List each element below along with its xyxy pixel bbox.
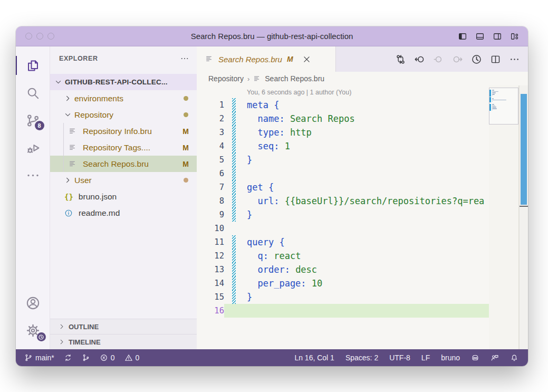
code-line-7[interactable]: 7get { xyxy=(197,180,528,194)
change-indicator-button[interactable] xyxy=(433,54,444,65)
overview-cursor-mark xyxy=(520,206,528,207)
gutter-modified-mark xyxy=(232,290,236,304)
status-source-control-graph[interactable] xyxy=(80,353,92,362)
code-line-3[interactable]: 3 type: http xyxy=(197,126,528,139)
modified-dot-badge xyxy=(184,96,188,101)
tree-item-bruno-json[interactable]: {}bruno.json xyxy=(50,188,197,205)
code-line-11[interactable]: 11query { xyxy=(197,235,528,249)
layout-customize-icon[interactable] xyxy=(510,32,520,41)
previous-change-button[interactable] xyxy=(414,54,425,65)
minimap-line xyxy=(492,92,496,93)
code-text: name: Search Repos xyxy=(236,112,355,126)
breadcrumb-file[interactable]: Search Repos.bru xyxy=(265,74,324,83)
status-feedback[interactable] xyxy=(488,353,501,362)
code-text xyxy=(236,222,247,235)
account-icon xyxy=(25,295,41,311)
vertical-scrollbar[interactable] xyxy=(519,85,528,349)
activity-item-run-and-debug[interactable] xyxy=(16,134,50,161)
more-actions-button[interactable] xyxy=(509,54,520,65)
code-line-2[interactable]: 2 name: Search Repos xyxy=(197,112,528,126)
sidebar-more-actions-icon[interactable] xyxy=(180,54,189,63)
tree-item-search-repos-bru[interactable]: Search Repos.bruM xyxy=(50,156,197,172)
code-line-14[interactable]: 14 per_page: 10 xyxy=(197,276,528,290)
zoom-button[interactable] xyxy=(47,33,54,40)
activity-item-settings[interactable] xyxy=(16,317,50,344)
tree-item-github-rest-api-collec[interactable]: GITHUB-REST-API-COLLEC... xyxy=(50,74,197,90)
close-tab-icon[interactable] xyxy=(302,55,311,64)
status-errors[interactable]: 0 xyxy=(98,353,117,362)
layout-sidebar-right-icon[interactable] xyxy=(493,32,502,41)
section-timeline[interactable]: TIMELINE xyxy=(50,334,197,349)
status-eol[interactable]: LF xyxy=(419,353,432,362)
status-warnings[interactable]: 0 xyxy=(122,353,142,362)
tree-item-repository[interactable]: Repository xyxy=(50,107,197,123)
code-line-1[interactable]: 1meta { xyxy=(197,98,528,112)
activity-item-additional-views[interactable] xyxy=(16,161,50,189)
code-line-16[interactable]: 16 xyxy=(197,304,528,318)
section-outline[interactable]: OUTLINE xyxy=(50,319,197,334)
line-number: 6 xyxy=(197,167,224,180)
breadcrumb-folder[interactable]: Repository xyxy=(208,74,244,83)
tree-item-repository-info-bru[interactable]: Repository Info.bruM xyxy=(50,123,197,139)
line-number: 14 xyxy=(197,276,224,290)
line-number: 13 xyxy=(197,263,224,276)
code-line-12[interactable]: 12 q: react xyxy=(197,249,528,263)
editor-actions xyxy=(395,46,528,72)
activity-item-source-control[interactable]: 8 xyxy=(16,107,50,134)
code-line-8[interactable]: 8 url: {{baseUrl}}/search/repositories?q… xyxy=(197,194,528,208)
close-button[interactable] xyxy=(25,33,32,40)
codelens-annotation[interactable]: You, 6 seconds ago | 1 author (You) xyxy=(197,85,528,98)
minimap[interactable] xyxy=(489,85,519,349)
status-indentation[interactable]: Spaces: 2 xyxy=(343,353,380,362)
tab-modified-badge: M xyxy=(287,55,293,63)
info-icon xyxy=(64,209,73,217)
code-text: } xyxy=(236,290,252,304)
activity-item-explorer[interactable] xyxy=(16,52,50,79)
code-line-5[interactable]: 5} xyxy=(197,153,528,167)
tree-item-environments[interactable]: environments xyxy=(50,90,197,107)
run-button[interactable] xyxy=(471,54,482,65)
line-number: 3 xyxy=(197,126,224,139)
tab-bar: Search Repos.bru M xyxy=(197,46,528,72)
code-text: url: {{baseUrl}}/search/repositories?q=r… xyxy=(236,194,484,208)
tree-item-repository-tags[interactable]: Repository Tags....M xyxy=(50,139,197,156)
tree-item-user[interactable]: User xyxy=(50,172,197,188)
minimap-line xyxy=(492,107,496,108)
status-copilot[interactable] xyxy=(469,353,482,362)
gutter-modified-mark xyxy=(232,139,236,153)
code-line-4[interactable]: 4 seq: 1 xyxy=(197,139,528,153)
status-encoding[interactable]: UTF-8 xyxy=(387,353,412,362)
status-notifications[interactable] xyxy=(508,353,521,362)
scrollbar-thumb[interactable] xyxy=(521,94,527,205)
minimize-button[interactable] xyxy=(36,33,43,40)
next-change-button[interactable] xyxy=(452,54,463,65)
code-line-15[interactable]: 15} xyxy=(197,290,528,304)
activity-item-account[interactable] xyxy=(16,289,50,317)
code-line-10[interactable]: 10 xyxy=(197,222,528,235)
tree-item-readme-md[interactable]: readme.md xyxy=(50,205,197,221)
gutter-modified-mark xyxy=(232,153,236,167)
sidebar-sections: OUTLINETIMELINE xyxy=(50,319,197,349)
status-sync[interactable] xyxy=(62,353,74,362)
chevron-down-icon xyxy=(64,111,71,118)
code-line-9[interactable]: 9} xyxy=(197,208,528,222)
status-cursor-position[interactable]: Ln 16, Col 1 xyxy=(292,353,337,362)
layout-panel-icon[interactable] xyxy=(475,32,485,41)
status-language-mode[interactable]: bruno xyxy=(439,353,462,362)
layout-sidebar-left-icon[interactable] xyxy=(458,32,467,41)
code-editor[interactable]: You, 6 seconds ago | 1 author (You) 1met… xyxy=(197,85,528,349)
code-line-6[interactable]: 6 xyxy=(197,167,528,180)
split-editor-button[interactable] xyxy=(490,54,501,65)
open-changes-button[interactable] xyxy=(395,54,406,65)
tab-search-repos-bru[interactable]: Search Repos.bru M xyxy=(197,46,336,72)
chevron-right-icon xyxy=(59,339,65,345)
code-text: seq: 1 xyxy=(236,139,290,153)
tree-item-label: environments xyxy=(74,94,123,103)
activity-bar: 8 xyxy=(16,46,50,349)
code-line-13[interactable]: 13 order: desc xyxy=(197,263,528,276)
explorer-sidebar: EXPLORER GITHUB-REST-API-COLLEC...enviro… xyxy=(50,46,197,349)
gutter-modified-mark xyxy=(232,112,236,126)
activity-item-search[interactable] xyxy=(16,79,50,107)
status-branch[interactable]: main* xyxy=(22,353,56,362)
line-number: 16 xyxy=(197,304,224,318)
